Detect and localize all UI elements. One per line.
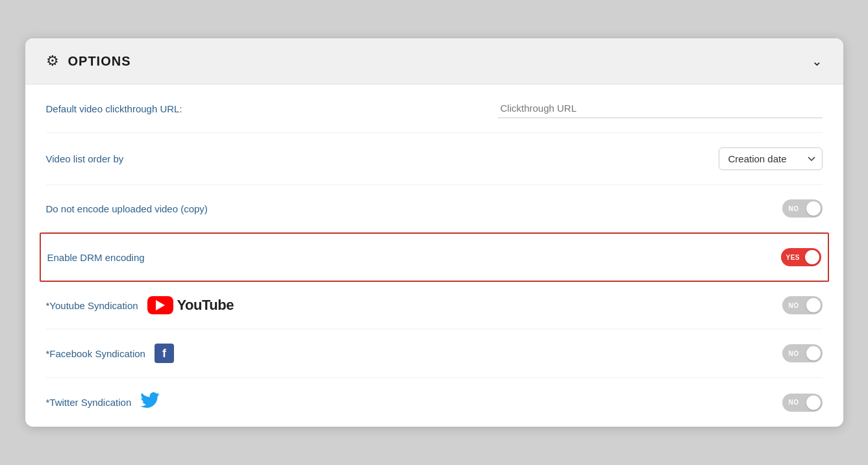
youtube-right: NO bbox=[782, 296, 823, 314]
youtube-toggle[interactable]: NO bbox=[782, 296, 823, 314]
facebook-left: *Facebook Syndication f bbox=[46, 344, 174, 363]
header-left: ⚙ OPTIONS bbox=[46, 53, 131, 69]
facebook-icon: f bbox=[155, 344, 174, 363]
clickthrough-label: Default video clickthrough URL: bbox=[46, 103, 182, 114]
twitter-toggle-label: NO bbox=[789, 399, 799, 406]
twitter-toggle-knob bbox=[806, 396, 821, 410]
youtube-left: *Youtube Syndication YouTube bbox=[46, 296, 234, 314]
options-header[interactable]: ⚙ OPTIONS ⌄ bbox=[25, 38, 843, 84]
clickthrough-input[interactable] bbox=[498, 99, 823, 118]
youtube-row: *Youtube Syndication YouTube NO bbox=[46, 282, 823, 329]
drm-label: Enable DRM encoding bbox=[47, 252, 145, 263]
twitter-left: *Twitter Syndication bbox=[46, 392, 160, 412]
drm-toggle-label: YES bbox=[786, 254, 800, 261]
options-body: Default video clickthrough URL: Video li… bbox=[25, 84, 843, 427]
clickthrough-right bbox=[498, 99, 823, 118]
gear-icon: ⚙ bbox=[46, 53, 59, 69]
twitter-right: NO bbox=[782, 394, 823, 412]
facebook-right: NO bbox=[782, 344, 823, 362]
drm-toggle[interactable]: YES bbox=[781, 248, 821, 266]
encode-right: NO bbox=[782, 199, 823, 218]
encode-toggle-label: NO bbox=[789, 205, 799, 212]
collapse-icon[interactable]: ⌄ bbox=[812, 53, 823, 69]
facebook-toggle[interactable]: NO bbox=[782, 344, 823, 362]
encode-label: Do not encode uploaded video (copy) bbox=[46, 203, 208, 214]
encode-row: Do not encode uploaded video (copy) NO bbox=[46, 185, 823, 232]
options-title: OPTIONS bbox=[68, 54, 131, 69]
youtube-logo: YouTube bbox=[147, 296, 234, 314]
youtube-toggle-label: NO bbox=[789, 302, 799, 309]
drm-row: Enable DRM encoding YES bbox=[40, 232, 829, 282]
twitter-icon bbox=[140, 392, 160, 412]
drm-right: YES bbox=[781, 248, 821, 266]
youtube-label: *Youtube Syndication bbox=[46, 300, 138, 311]
facebook-toggle-knob bbox=[806, 346, 821, 360]
clickthrough-row: Default video clickthrough URL: bbox=[46, 84, 823, 133]
twitter-toggle[interactable]: NO bbox=[782, 394, 823, 412]
encode-toggle-knob bbox=[806, 201, 821, 216]
order-row: Video list order by Creation date Title … bbox=[46, 133, 823, 185]
youtube-text: YouTube bbox=[177, 297, 234, 314]
facebook-row: *Facebook Syndication f NO bbox=[46, 329, 823, 378]
drm-toggle-knob bbox=[805, 250, 819, 264]
facebook-label: *Facebook Syndication bbox=[46, 348, 145, 359]
order-right: Creation date Title Date modified bbox=[719, 147, 823, 170]
facebook-toggle-label: NO bbox=[789, 350, 799, 357]
order-label: Video list order by bbox=[46, 153, 124, 164]
twitter-label: *Twitter Syndication bbox=[46, 397, 132, 408]
youtube-play-button bbox=[147, 296, 173, 314]
options-card: ⚙ OPTIONS ⌄ Default video clickthrough U… bbox=[25, 38, 843, 427]
youtube-toggle-knob bbox=[806, 298, 821, 312]
twitter-row: *Twitter Syndication NO bbox=[46, 378, 823, 427]
order-select[interactable]: Creation date Title Date modified bbox=[719, 147, 823, 170]
youtube-play-triangle bbox=[156, 300, 165, 310]
encode-toggle[interactable]: NO bbox=[782, 199, 823, 218]
